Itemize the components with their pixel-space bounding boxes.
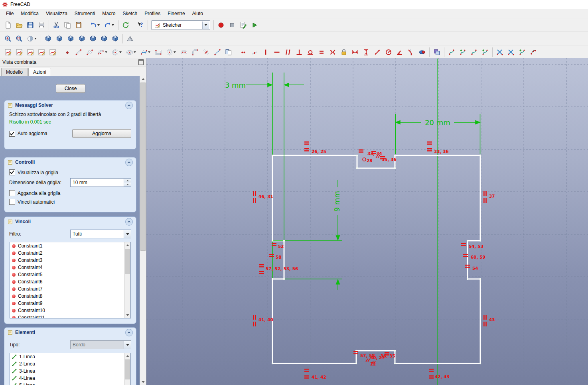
constraint-list-item[interactable]: Constraint2 (10, 249, 130, 257)
arc-button[interactable] (95, 47, 110, 58)
collapse-button[interactable] (125, 218, 133, 226)
menu-finestre[interactable]: Finestre (164, 10, 188, 18)
switch-virtual-space-button[interactable] (431, 47, 442, 58)
constrain-angle-button[interactable] (394, 47, 405, 58)
increase-knot-multiplicity-button[interactable] (517, 47, 528, 58)
bspline-dropdown-caret[interactable] (148, 51, 150, 53)
collapse-button[interactable] (125, 102, 133, 109)
constraint-label[interactable]: 46, 31 (258, 194, 273, 199)
menu-file[interactable]: File (2, 10, 17, 18)
constraint-label[interactable]: 22 (370, 361, 376, 366)
view-rear-button[interactable] (87, 33, 99, 44)
draw-style-button[interactable] (25, 33, 39, 44)
fit-all-button[interactable] (2, 33, 14, 44)
map-sketch-button[interactable] (36, 47, 47, 58)
tab-modello[interactable]: Modello (1, 68, 28, 76)
constraint-label[interactable]: 41, 42 (312, 375, 326, 379)
constraint-label[interactable]: 33, 36 (434, 149, 449, 154)
scroll-up-button[interactable] (124, 242, 130, 248)
element-list-item[interactable]: 2-Linea (10, 360, 130, 367)
dimension-3mm[interactable] (246, 83, 304, 87)
conic-dropdown-caret[interactable] (134, 51, 136, 53)
elements-list[interactable]: 1-Linea 2-Linea 3-Linea 4-Linea 5-Linea (10, 353, 131, 385)
grid-size-spinbox[interactable]: 10 mm (70, 178, 131, 187)
constraint-list-item[interactable]: Constraint6 (10, 278, 130, 285)
menu-visualizza[interactable]: Visualizza (42, 10, 71, 18)
constraints-list[interactable]: Constraint1 Constraint2 Constraint3 Cons… (10, 242, 131, 318)
menu-macro[interactable]: Macro (99, 10, 119, 18)
element-list-item[interactable]: 4-Linea (10, 375, 130, 382)
constraint-label[interactable]: 36, 35 (381, 354, 395, 358)
tab-azioni[interactable]: Azioni (28, 68, 51, 76)
constraint-list-item[interactable]: Constraint1 (10, 242, 130, 249)
constrain-parallel-button[interactable] (282, 47, 294, 58)
constraint-label[interactable]: 35, 36 (382, 157, 397, 162)
toggle-driving-constraint-button[interactable] (416, 47, 428, 58)
constraint-list-item[interactable]: Constraint11 (10, 314, 130, 318)
collapse-button[interactable] (125, 329, 133, 336)
line-button[interactable] (73, 47, 84, 58)
sketch-outline[interactable] (272, 155, 480, 363)
print-button[interactable] (36, 20, 47, 31)
update-button[interactable]: Aggiorna (72, 129, 131, 138)
constraint-list-item[interactable]: Constraint3 (10, 257, 130, 264)
scroll-down-button[interactable] (140, 379, 146, 385)
edit-macro-button[interactable] (238, 20, 249, 31)
type-combobox[interactable]: Bordo (70, 340, 131, 349)
constraint-list-item[interactable]: Constraint4 (10, 264, 130, 271)
3d-viewport[interactable]: 3 mm 20 mm 9 mm (146, 58, 588, 385)
float-panel-icon[interactable] (138, 59, 144, 65)
redo-dropdown-caret[interactable] (112, 24, 114, 26)
constrain-lock-button[interactable] (338, 47, 349, 58)
slot-button[interactable] (178, 47, 189, 58)
constraint-label[interactable]: 37 (489, 194, 495, 198)
sketch-vertices[interactable] (272, 155, 481, 364)
show-bspline-degree-button[interactable] (446, 47, 457, 58)
scroll-up-button[interactable] (124, 353, 130, 359)
menu-strumenti[interactable]: Strumenti (71, 10, 99, 18)
constrain-vertical-button[interactable] (260, 47, 271, 58)
cut-button[interactable] (51, 20, 62, 31)
constraint-list-item[interactable]: Constraint10 (10, 307, 130, 314)
constraints-header[interactable]: Vincoli (4, 217, 136, 226)
view-bottom-button[interactable] (99, 33, 110, 44)
polyline-button[interactable] (84, 47, 95, 58)
scrollbar-thumb[interactable] (125, 359, 130, 379)
scrollbar-thumb[interactable] (125, 249, 130, 274)
menu-sketch[interactable]: Sketch (119, 10, 141, 18)
constraint-label[interactable]: 43 (489, 317, 495, 322)
filter-dropdown-button[interactable] (124, 230, 131, 238)
constrain-distance-x-button[interactable] (349, 47, 361, 58)
show-bspline-knots-button[interactable] (479, 47, 491, 58)
constraint-list-item[interactable]: Constraint7 (10, 285, 130, 293)
constrain-radius-button[interactable] (383, 47, 394, 58)
view-right-button[interactable] (76, 33, 87, 44)
constrain-point-on-object-button[interactable] (249, 47, 260, 58)
constraint-label[interactable]: 57, 52, 53, 56 (266, 266, 298, 271)
constraint-list-item[interactable]: Constraint9 (10, 300, 130, 307)
polygon-button[interactable] (164, 47, 178, 58)
constraint-label[interactable]: 26, 25 (312, 149, 326, 154)
constrain-snell-button[interactable] (405, 47, 416, 58)
scrollbar-thumb[interactable] (140, 82, 146, 251)
elements-list-scrollbar[interactable] (124, 353, 130, 385)
menu-profiles[interactable]: Profiles (141, 10, 164, 18)
constrain-horizontal-button[interactable] (271, 47, 282, 58)
element-list-item[interactable]: 5-Linea (10, 382, 130, 385)
dimension-3mm-label[interactable]: 3 mm (225, 81, 246, 89)
conic-button[interactable] (124, 47, 138, 58)
constraint-label[interactable]: 58 (276, 255, 282, 259)
constrain-perpendicular-button[interactable] (294, 47, 305, 58)
view-axonometric-button[interactable] (43, 33, 54, 44)
controls-header[interactable]: Controlli (4, 157, 136, 167)
constraint-label[interactable]: 54 (472, 266, 478, 271)
whats-this-button[interactable] (135, 20, 146, 31)
constraints-list-scrollbar[interactable] (124, 242, 130, 318)
element-list-item[interactable]: 1-Linea (10, 353, 130, 360)
draw-style-dropdown-caret[interactable] (34, 38, 37, 39)
show-grid-checkbox[interactable] (9, 169, 15, 175)
carbon-copy-button[interactable] (223, 47, 234, 58)
constraint-label[interactable]: 60, 59 (471, 255, 485, 259)
polygon-dropdown-caret[interactable] (174, 51, 176, 53)
element-list-item[interactable]: 3-Linea (10, 367, 130, 375)
